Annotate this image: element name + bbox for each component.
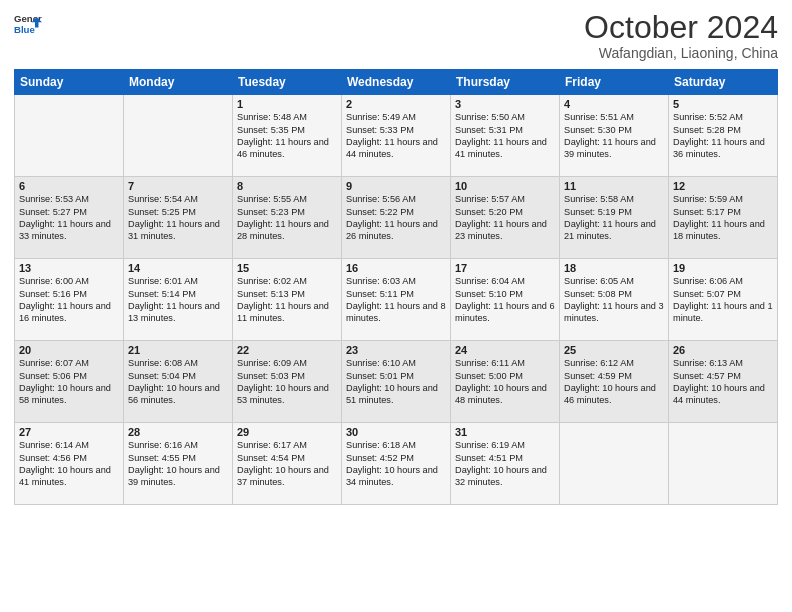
day-number: 30 [346,426,446,438]
col-wednesday: Wednesday [342,70,451,95]
calendar-cell: 27Sunrise: 6:14 AM Sunset: 4:56 PM Dayli… [15,423,124,505]
calendar-cell: 3Sunrise: 5:50 AM Sunset: 5:31 PM Daylig… [451,95,560,177]
day-info: Sunrise: 6:00 AM Sunset: 5:16 PM Dayligh… [19,275,119,325]
calendar-body: 1Sunrise: 5:48 AM Sunset: 5:35 PM Daylig… [15,95,778,505]
day-number: 29 [237,426,337,438]
day-info: Sunrise: 5:52 AM Sunset: 5:28 PM Dayligh… [673,111,773,161]
day-number: 27 [19,426,119,438]
day-number: 19 [673,262,773,274]
day-info: Sunrise: 5:53 AM Sunset: 5:27 PM Dayligh… [19,193,119,243]
calendar-cell: 29Sunrise: 6:17 AM Sunset: 4:54 PM Dayli… [233,423,342,505]
day-number: 13 [19,262,119,274]
day-info: Sunrise: 5:54 AM Sunset: 5:25 PM Dayligh… [128,193,228,243]
calendar-cell: 18Sunrise: 6:05 AM Sunset: 5:08 PM Dayli… [560,259,669,341]
col-saturday: Saturday [669,70,778,95]
day-number: 17 [455,262,555,274]
col-monday: Monday [124,70,233,95]
col-tuesday: Tuesday [233,70,342,95]
calendar-cell: 15Sunrise: 6:02 AM Sunset: 5:13 PM Dayli… [233,259,342,341]
day-number: 4 [564,98,664,110]
calendar-cell: 14Sunrise: 6:01 AM Sunset: 5:14 PM Dayli… [124,259,233,341]
day-info: Sunrise: 6:16 AM Sunset: 4:55 PM Dayligh… [128,439,228,489]
svg-text:Blue: Blue [14,24,35,35]
calendar-table: Sunday Monday Tuesday Wednesday Thursday… [14,69,778,505]
location: Wafangdian, Liaoning, China [584,45,778,61]
day-info: Sunrise: 5:50 AM Sunset: 5:31 PM Dayligh… [455,111,555,161]
day-info: Sunrise: 5:49 AM Sunset: 5:33 PM Dayligh… [346,111,446,161]
day-info: Sunrise: 6:05 AM Sunset: 5:08 PM Dayligh… [564,275,664,325]
calendar-cell: 24Sunrise: 6:11 AM Sunset: 5:00 PM Dayli… [451,341,560,423]
day-number: 22 [237,344,337,356]
day-info: Sunrise: 6:11 AM Sunset: 5:00 PM Dayligh… [455,357,555,407]
day-info: Sunrise: 6:10 AM Sunset: 5:01 PM Dayligh… [346,357,446,407]
calendar-cell: 8Sunrise: 5:55 AM Sunset: 5:23 PM Daylig… [233,177,342,259]
day-info: Sunrise: 6:13 AM Sunset: 4:57 PM Dayligh… [673,357,773,407]
calendar-week-3: 13Sunrise: 6:00 AM Sunset: 5:16 PM Dayli… [15,259,778,341]
day-info: Sunrise: 6:18 AM Sunset: 4:52 PM Dayligh… [346,439,446,489]
calendar-cell [124,95,233,177]
day-info: Sunrise: 5:59 AM Sunset: 5:17 PM Dayligh… [673,193,773,243]
header-row: Sunday Monday Tuesday Wednesday Thursday… [15,70,778,95]
day-number: 9 [346,180,446,192]
calendar-cell: 28Sunrise: 6:16 AM Sunset: 4:55 PM Dayli… [124,423,233,505]
day-number: 3 [455,98,555,110]
day-number: 12 [673,180,773,192]
title-block: October 2024 Wafangdian, Liaoning, China [584,10,778,61]
day-info: Sunrise: 6:03 AM Sunset: 5:11 PM Dayligh… [346,275,446,325]
day-info: Sunrise: 6:14 AM Sunset: 4:56 PM Dayligh… [19,439,119,489]
calendar-cell: 5Sunrise: 5:52 AM Sunset: 5:28 PM Daylig… [669,95,778,177]
calendar-cell: 26Sunrise: 6:13 AM Sunset: 4:57 PM Dayli… [669,341,778,423]
calendar-cell: 4Sunrise: 5:51 AM Sunset: 5:30 PM Daylig… [560,95,669,177]
day-info: Sunrise: 5:58 AM Sunset: 5:19 PM Dayligh… [564,193,664,243]
calendar-cell: 10Sunrise: 5:57 AM Sunset: 5:20 PM Dayli… [451,177,560,259]
day-number: 23 [346,344,446,356]
day-number: 18 [564,262,664,274]
calendar-cell [669,423,778,505]
day-number: 10 [455,180,555,192]
day-number: 16 [346,262,446,274]
day-info: Sunrise: 6:09 AM Sunset: 5:03 PM Dayligh… [237,357,337,407]
day-number: 31 [455,426,555,438]
calendar-cell: 6Sunrise: 5:53 AM Sunset: 5:27 PM Daylig… [15,177,124,259]
calendar-cell: 7Sunrise: 5:54 AM Sunset: 5:25 PM Daylig… [124,177,233,259]
col-sunday: Sunday [15,70,124,95]
logo: General Blue [14,10,42,38]
day-info: Sunrise: 6:06 AM Sunset: 5:07 PM Dayligh… [673,275,773,325]
calendar-cell: 25Sunrise: 6:12 AM Sunset: 4:59 PM Dayli… [560,341,669,423]
calendar-week-2: 6Sunrise: 5:53 AM Sunset: 5:27 PM Daylig… [15,177,778,259]
day-info: Sunrise: 5:56 AM Sunset: 5:22 PM Dayligh… [346,193,446,243]
day-number: 1 [237,98,337,110]
day-info: Sunrise: 5:55 AM Sunset: 5:23 PM Dayligh… [237,193,337,243]
calendar-cell: 31Sunrise: 6:19 AM Sunset: 4:51 PM Dayli… [451,423,560,505]
calendar-cell: 11Sunrise: 5:58 AM Sunset: 5:19 PM Dayli… [560,177,669,259]
calendar-cell: 21Sunrise: 6:08 AM Sunset: 5:04 PM Dayli… [124,341,233,423]
calendar-cell: 12Sunrise: 5:59 AM Sunset: 5:17 PM Dayli… [669,177,778,259]
calendar-cell: 30Sunrise: 6:18 AM Sunset: 4:52 PM Dayli… [342,423,451,505]
day-info: Sunrise: 5:57 AM Sunset: 5:20 PM Dayligh… [455,193,555,243]
day-number: 25 [564,344,664,356]
main-container: General Blue October 2024 Wafangdian, Li… [0,0,792,511]
day-info: Sunrise: 6:01 AM Sunset: 5:14 PM Dayligh… [128,275,228,325]
calendar-cell: 20Sunrise: 6:07 AM Sunset: 5:06 PM Dayli… [15,341,124,423]
day-number: 8 [237,180,337,192]
day-number: 21 [128,344,228,356]
day-info: Sunrise: 6:19 AM Sunset: 4:51 PM Dayligh… [455,439,555,489]
calendar-cell [560,423,669,505]
calendar-week-1: 1Sunrise: 5:48 AM Sunset: 5:35 PM Daylig… [15,95,778,177]
day-number: 2 [346,98,446,110]
day-number: 11 [564,180,664,192]
calendar-week-4: 20Sunrise: 6:07 AM Sunset: 5:06 PM Dayli… [15,341,778,423]
day-info: Sunrise: 6:08 AM Sunset: 5:04 PM Dayligh… [128,357,228,407]
col-thursday: Thursday [451,70,560,95]
day-number: 20 [19,344,119,356]
day-number: 5 [673,98,773,110]
calendar-week-5: 27Sunrise: 6:14 AM Sunset: 4:56 PM Dayli… [15,423,778,505]
day-number: 26 [673,344,773,356]
calendar-cell: 13Sunrise: 6:00 AM Sunset: 5:16 PM Dayli… [15,259,124,341]
day-number: 6 [19,180,119,192]
month-title: October 2024 [584,10,778,45]
calendar-cell: 1Sunrise: 5:48 AM Sunset: 5:35 PM Daylig… [233,95,342,177]
day-info: Sunrise: 5:48 AM Sunset: 5:35 PM Dayligh… [237,111,337,161]
calendar-cell: 9Sunrise: 5:56 AM Sunset: 5:22 PM Daylig… [342,177,451,259]
day-info: Sunrise: 6:12 AM Sunset: 4:59 PM Dayligh… [564,357,664,407]
